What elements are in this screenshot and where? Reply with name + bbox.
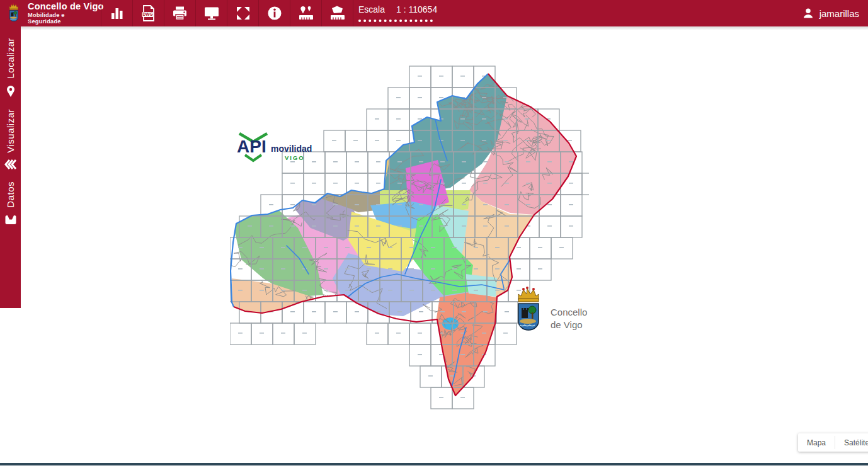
measure-area-icon <box>329 5 346 21</box>
print-button[interactable] <box>164 0 195 26</box>
app-subtitle: Mobilidade e Seguridade <box>28 12 97 25</box>
scale-bar <box>358 16 433 22</box>
left-sidebar: Localizar Visualizar Datos <box>0 26 21 308</box>
printer-icon <box>172 6 188 21</box>
scale-display: Escala 1 : 110654 <box>358 4 437 22</box>
crest-caption: Concello de Vigo <box>551 306 587 331</box>
api-logo-vigo: VIGO <box>285 154 305 161</box>
vigo-crest <box>511 285 543 336</box>
pin-icon <box>5 85 16 98</box>
fullscreen-icon <box>236 6 251 21</box>
scale-label: Escala <box>358 4 385 14</box>
api-logo-api: API <box>237 137 266 156</box>
app-title-block: Concello de Vigo Mobilidade e Seguridade <box>28 2 97 25</box>
map-type-control: Mapa Satélite <box>798 433 868 452</box>
api-logo-movilidad: movilidad <box>271 144 312 154</box>
app-window: { "header": { "title": "Concello de Vigo… <box>0 0 868 468</box>
username: jamarillas <box>819 8 859 19</box>
measure-distance-button[interactable] <box>290 0 321 26</box>
layers-icon <box>4 159 18 170</box>
crest-caption-line2: de Vigo <box>551 319 587 331</box>
top-header: Concello de Vigo Mobilidade e Seguridade… <box>0 0 868 26</box>
display-button[interactable] <box>195 0 227 26</box>
measure-area-button[interactable] <box>321 0 353 26</box>
user-icon <box>802 7 814 20</box>
sidebar-item-datos[interactable]: Datos <box>4 181 17 225</box>
export-dwg-button[interactable]: DWG <box>132 0 164 26</box>
vigo-coat-of-arms-icon <box>4 3 23 24</box>
statistics-button[interactable] <box>101 0 132 26</box>
header-shadow <box>21 26 868 30</box>
user-menu[interactable]: jamarillas <box>802 0 859 26</box>
svg-text:DWG: DWG <box>143 12 153 16</box>
sidebar-item-label: Visualizar <box>5 109 16 153</box>
parish-regions <box>232 74 576 396</box>
map-type-satelite-button[interactable]: Satélite <box>835 433 868 452</box>
info-icon <box>267 6 282 21</box>
crest-caption-line1: Concello <box>551 306 587 319</box>
dwg-file-icon: DWG <box>140 5 156 21</box>
scale-value: 1 : 110654 <box>396 4 437 14</box>
toolbar: DWG <box>101 0 353 26</box>
sidebar-item-label: Datos <box>5 181 16 208</box>
bar-chart-icon <box>110 6 125 21</box>
measure-distance-icon <box>298 5 314 21</box>
sidebar-item-localizar[interactable]: Localizar <box>5 38 16 98</box>
map-type-mapa-button[interactable]: Mapa <box>798 433 835 452</box>
fullscreen-button[interactable] <box>227 0 258 26</box>
tray-icon <box>4 214 17 225</box>
sidebar-item-visualizar[interactable]: Visualizar <box>4 109 18 171</box>
info-button[interactable] <box>258 0 290 26</box>
vigo-municipality-map[interactable] <box>230 57 589 409</box>
api-movilidad-logo: API movilidad VIGO <box>232 125 314 165</box>
bottom-bar <box>0 463 868 465</box>
monitor-icon <box>203 6 220 21</box>
app-title: Concello de Vigo <box>28 2 97 12</box>
sidebar-item-label: Localizar <box>5 38 16 79</box>
